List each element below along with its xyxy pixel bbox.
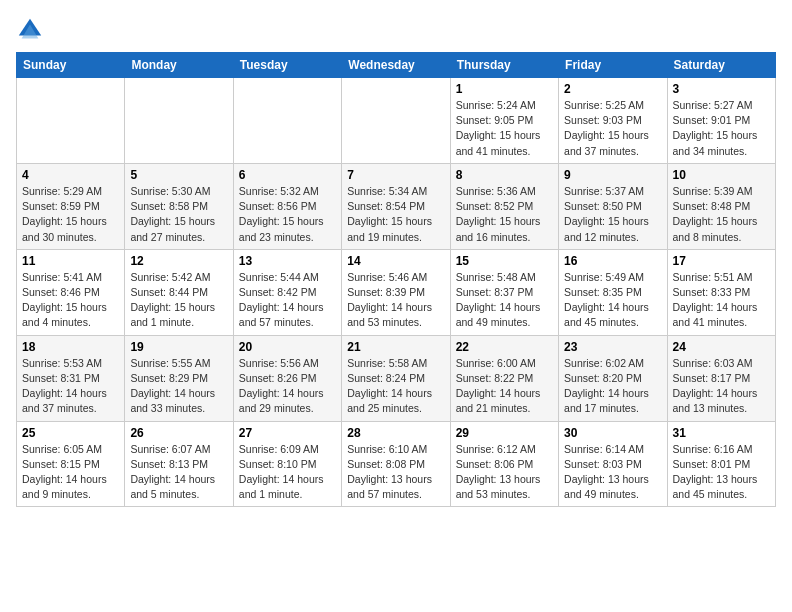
day-cell: 22Sunrise: 6:00 AMSunset: 8:22 PMDayligh… bbox=[450, 335, 558, 421]
week-row-4: 18Sunrise: 5:53 AMSunset: 8:31 PMDayligh… bbox=[17, 335, 776, 421]
day-info: Sunrise: 5:58 AMSunset: 8:24 PMDaylight:… bbox=[347, 356, 444, 417]
day-info: Sunrise: 5:34 AMSunset: 8:54 PMDaylight:… bbox=[347, 184, 444, 245]
col-header-wednesday: Wednesday bbox=[342, 53, 450, 78]
day-info: Sunrise: 5:51 AMSunset: 8:33 PMDaylight:… bbox=[673, 270, 770, 331]
day-cell: 26Sunrise: 6:07 AMSunset: 8:13 PMDayligh… bbox=[125, 421, 233, 507]
day-cell: 3Sunrise: 5:27 AMSunset: 9:01 PMDaylight… bbox=[667, 78, 775, 164]
day-cell: 23Sunrise: 6:02 AMSunset: 8:20 PMDayligh… bbox=[559, 335, 667, 421]
day-number: 20 bbox=[239, 340, 336, 354]
day-number: 8 bbox=[456, 168, 553, 182]
day-number: 13 bbox=[239, 254, 336, 268]
calendar-table: SundayMondayTuesdayWednesdayThursdayFrid… bbox=[16, 52, 776, 507]
day-number: 19 bbox=[130, 340, 227, 354]
day-info: Sunrise: 5:27 AMSunset: 9:01 PMDaylight:… bbox=[673, 98, 770, 159]
logo-icon bbox=[16, 16, 44, 44]
day-info: Sunrise: 6:10 AMSunset: 8:08 PMDaylight:… bbox=[347, 442, 444, 503]
day-cell: 30Sunrise: 6:14 AMSunset: 8:03 PMDayligh… bbox=[559, 421, 667, 507]
day-number: 16 bbox=[564, 254, 661, 268]
day-info: Sunrise: 5:32 AMSunset: 8:56 PMDaylight:… bbox=[239, 184, 336, 245]
day-info: Sunrise: 5:29 AMSunset: 8:59 PMDaylight:… bbox=[22, 184, 119, 245]
day-number: 23 bbox=[564, 340, 661, 354]
day-cell: 4Sunrise: 5:29 AMSunset: 8:59 PMDaylight… bbox=[17, 163, 125, 249]
day-number: 1 bbox=[456, 82, 553, 96]
day-info: Sunrise: 5:24 AMSunset: 9:05 PMDaylight:… bbox=[456, 98, 553, 159]
day-number: 31 bbox=[673, 426, 770, 440]
page-header bbox=[16, 16, 776, 44]
day-number: 6 bbox=[239, 168, 336, 182]
week-row-3: 11Sunrise: 5:41 AMSunset: 8:46 PMDayligh… bbox=[17, 249, 776, 335]
col-header-thursday: Thursday bbox=[450, 53, 558, 78]
day-info: Sunrise: 6:03 AMSunset: 8:17 PMDaylight:… bbox=[673, 356, 770, 417]
day-cell: 14Sunrise: 5:46 AMSunset: 8:39 PMDayligh… bbox=[342, 249, 450, 335]
day-info: Sunrise: 5:56 AMSunset: 8:26 PMDaylight:… bbox=[239, 356, 336, 417]
day-number: 25 bbox=[22, 426, 119, 440]
day-cell: 19Sunrise: 5:55 AMSunset: 8:29 PMDayligh… bbox=[125, 335, 233, 421]
day-number: 17 bbox=[673, 254, 770, 268]
day-cell: 5Sunrise: 5:30 AMSunset: 8:58 PMDaylight… bbox=[125, 163, 233, 249]
day-cell bbox=[233, 78, 341, 164]
week-row-2: 4Sunrise: 5:29 AMSunset: 8:59 PMDaylight… bbox=[17, 163, 776, 249]
day-number: 18 bbox=[22, 340, 119, 354]
day-cell: 11Sunrise: 5:41 AMSunset: 8:46 PMDayligh… bbox=[17, 249, 125, 335]
day-number: 11 bbox=[22, 254, 119, 268]
day-number: 14 bbox=[347, 254, 444, 268]
day-cell: 28Sunrise: 6:10 AMSunset: 8:08 PMDayligh… bbox=[342, 421, 450, 507]
day-info: Sunrise: 5:39 AMSunset: 8:48 PMDaylight:… bbox=[673, 184, 770, 245]
day-info: Sunrise: 5:49 AMSunset: 8:35 PMDaylight:… bbox=[564, 270, 661, 331]
day-info: Sunrise: 5:53 AMSunset: 8:31 PMDaylight:… bbox=[22, 356, 119, 417]
day-cell: 13Sunrise: 5:44 AMSunset: 8:42 PMDayligh… bbox=[233, 249, 341, 335]
day-info: Sunrise: 6:07 AMSunset: 8:13 PMDaylight:… bbox=[130, 442, 227, 503]
day-number: 7 bbox=[347, 168, 444, 182]
day-cell: 12Sunrise: 5:42 AMSunset: 8:44 PMDayligh… bbox=[125, 249, 233, 335]
col-header-friday: Friday bbox=[559, 53, 667, 78]
day-info: Sunrise: 5:55 AMSunset: 8:29 PMDaylight:… bbox=[130, 356, 227, 417]
day-number: 9 bbox=[564, 168, 661, 182]
day-number: 24 bbox=[673, 340, 770, 354]
day-number: 4 bbox=[22, 168, 119, 182]
day-number: 5 bbox=[130, 168, 227, 182]
day-cell: 20Sunrise: 5:56 AMSunset: 8:26 PMDayligh… bbox=[233, 335, 341, 421]
day-cell: 18Sunrise: 5:53 AMSunset: 8:31 PMDayligh… bbox=[17, 335, 125, 421]
col-header-sunday: Sunday bbox=[17, 53, 125, 78]
day-info: Sunrise: 6:12 AMSunset: 8:06 PMDaylight:… bbox=[456, 442, 553, 503]
col-header-tuesday: Tuesday bbox=[233, 53, 341, 78]
day-number: 3 bbox=[673, 82, 770, 96]
day-number: 12 bbox=[130, 254, 227, 268]
day-number: 30 bbox=[564, 426, 661, 440]
day-info: Sunrise: 5:48 AMSunset: 8:37 PMDaylight:… bbox=[456, 270, 553, 331]
day-info: Sunrise: 5:42 AMSunset: 8:44 PMDaylight:… bbox=[130, 270, 227, 331]
logo bbox=[16, 16, 46, 44]
day-cell bbox=[342, 78, 450, 164]
day-cell bbox=[125, 78, 233, 164]
day-info: Sunrise: 5:44 AMSunset: 8:42 PMDaylight:… bbox=[239, 270, 336, 331]
day-cell: 7Sunrise: 5:34 AMSunset: 8:54 PMDaylight… bbox=[342, 163, 450, 249]
day-cell: 24Sunrise: 6:03 AMSunset: 8:17 PMDayligh… bbox=[667, 335, 775, 421]
day-cell: 15Sunrise: 5:48 AMSunset: 8:37 PMDayligh… bbox=[450, 249, 558, 335]
col-header-saturday: Saturday bbox=[667, 53, 775, 78]
day-info: Sunrise: 6:09 AMSunset: 8:10 PMDaylight:… bbox=[239, 442, 336, 503]
col-header-monday: Monday bbox=[125, 53, 233, 78]
day-cell: 25Sunrise: 6:05 AMSunset: 8:15 PMDayligh… bbox=[17, 421, 125, 507]
day-info: Sunrise: 5:30 AMSunset: 8:58 PMDaylight:… bbox=[130, 184, 227, 245]
day-number: 29 bbox=[456, 426, 553, 440]
day-cell: 29Sunrise: 6:12 AMSunset: 8:06 PMDayligh… bbox=[450, 421, 558, 507]
day-info: Sunrise: 5:36 AMSunset: 8:52 PMDaylight:… bbox=[456, 184, 553, 245]
day-cell: 10Sunrise: 5:39 AMSunset: 8:48 PMDayligh… bbox=[667, 163, 775, 249]
day-info: Sunrise: 6:02 AMSunset: 8:20 PMDaylight:… bbox=[564, 356, 661, 417]
week-row-5: 25Sunrise: 6:05 AMSunset: 8:15 PMDayligh… bbox=[17, 421, 776, 507]
day-info: Sunrise: 5:37 AMSunset: 8:50 PMDaylight:… bbox=[564, 184, 661, 245]
day-cell: 31Sunrise: 6:16 AMSunset: 8:01 PMDayligh… bbox=[667, 421, 775, 507]
day-number: 21 bbox=[347, 340, 444, 354]
day-number: 27 bbox=[239, 426, 336, 440]
day-info: Sunrise: 5:41 AMSunset: 8:46 PMDaylight:… bbox=[22, 270, 119, 331]
day-cell: 17Sunrise: 5:51 AMSunset: 8:33 PMDayligh… bbox=[667, 249, 775, 335]
day-cell bbox=[17, 78, 125, 164]
day-info: Sunrise: 6:00 AMSunset: 8:22 PMDaylight:… bbox=[456, 356, 553, 417]
day-number: 2 bbox=[564, 82, 661, 96]
day-cell: 9Sunrise: 5:37 AMSunset: 8:50 PMDaylight… bbox=[559, 163, 667, 249]
week-row-1: 1Sunrise: 5:24 AMSunset: 9:05 PMDaylight… bbox=[17, 78, 776, 164]
day-cell: 2Sunrise: 5:25 AMSunset: 9:03 PMDaylight… bbox=[559, 78, 667, 164]
day-number: 15 bbox=[456, 254, 553, 268]
header-row: SundayMondayTuesdayWednesdayThursdayFrid… bbox=[17, 53, 776, 78]
day-info: Sunrise: 6:14 AMSunset: 8:03 PMDaylight:… bbox=[564, 442, 661, 503]
